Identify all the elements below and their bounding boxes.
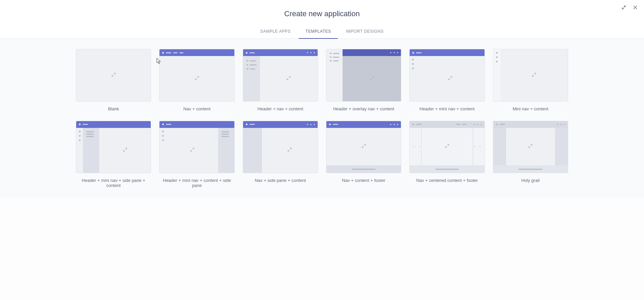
minimize-icon[interactable]: [621, 5, 626, 10]
template-label: Header + mini nav + side pane + content: [76, 178, 151, 188]
template-label: Header + mini nav + content: [419, 106, 474, 111]
dialog-header: Create new application SAMPLE APPS TEMPL…: [0, 0, 644, 39]
template-nav-content[interactable]: Nav + content: [159, 49, 234, 111]
expand-icon: [361, 144, 366, 149]
template-label: Mini nav + content: [513, 106, 548, 111]
expand-icon: [370, 76, 374, 81]
template-label: Header + nav + content: [257, 106, 303, 111]
templates-body: Blank Nav + content: [0, 39, 644, 198]
dialog-title: Create new application: [0, 9, 644, 18]
tabs: SAMPLE APPS TEMPLATES IMPORT DESIGNS: [0, 26, 644, 38]
template-header-nav-content[interactable]: Header + nav + content: [243, 49, 318, 111]
template-header-mini-content-side[interactable]: Header + mini nav + content + side pane: [159, 121, 234, 188]
expand-icon: [195, 76, 199, 81]
template-label: Nav + centered content + footer: [416, 178, 478, 183]
template-label: Nav + side pane + content: [255, 178, 306, 183]
expand-icon: [448, 76, 452, 81]
template-label: Blank: [108, 106, 119, 111]
template-header-overlay-nav-content[interactable]: Header + overlay nav + content: [326, 49, 401, 111]
template-holy-grail[interactable]: Holy grail: [493, 121, 568, 188]
template-mini-nav-content[interactable]: Mini nav + content: [493, 49, 568, 111]
expand-icon: [123, 147, 127, 153]
template-blank[interactable]: Blank: [76, 49, 151, 111]
expand-icon: [190, 147, 195, 153]
expand-icon: [528, 144, 533, 149]
template-label: Header + mini nav + content + side pane: [159, 178, 234, 188]
expand-icon: [286, 76, 291, 81]
tab-import-designs[interactable]: IMPORT DESIGNS: [346, 26, 384, 38]
tab-templates[interactable]: TEMPLATES: [305, 26, 331, 38]
template-label: Nav + content: [183, 106, 211, 111]
template-label: Nav + content + footer: [342, 178, 385, 183]
template-nav-centered-content-footer[interactable]: ← → ← → Nav + centered content + footer: [409, 121, 485, 188]
expand-icon: [111, 72, 116, 78]
template-label: Holy grail: [521, 178, 539, 183]
template-label: Header + overlay nav + content: [333, 106, 394, 111]
template-nav-content-footer[interactable]: Nav + content + footer: [326, 121, 401, 188]
expand-icon: [445, 144, 449, 149]
template-nav-side-content[interactable]: Nav + side pane + content: [243, 121, 318, 188]
template-header-mini-nav-content[interactable]: Header + mini nav + content: [409, 49, 485, 111]
close-icon[interactable]: [633, 5, 638, 10]
expand-icon: [532, 72, 536, 78]
tab-sample-apps[interactable]: SAMPLE APPS: [260, 26, 291, 38]
template-header-mini-side-content[interactable]: Header + mini nav + side pane + content: [76, 121, 151, 188]
expand-icon: [287, 147, 292, 153]
